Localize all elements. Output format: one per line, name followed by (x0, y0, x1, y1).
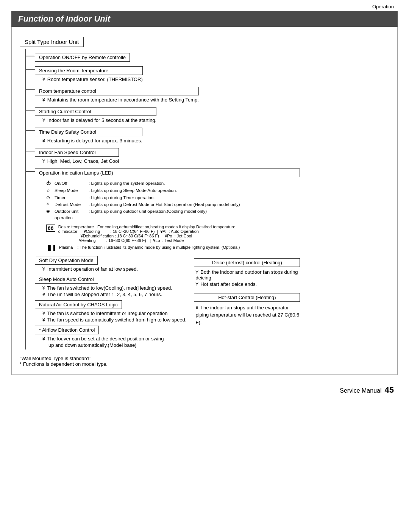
main-unit-box: Split Type Indoor Unit (20, 37, 84, 47)
page-header: Operation (0, 0, 409, 11)
footer-notes: "Wall Mounted Type is standard" * Functi… (20, 356, 389, 367)
s11-bullet2: up and down automatically.(Model base) (48, 342, 186, 348)
right2-box: Hot-start Control (Heating) (194, 293, 300, 302)
two-col-area: Soft Dry Operation Mode Intermittent ope… (35, 254, 300, 348)
right-col: Deice (defrost) control (Heating) Both t… (194, 256, 300, 348)
s9-box: Sleep Mode Auto Control (35, 275, 98, 284)
display-icon: 88 (46, 225, 55, 232)
page-number: 45 (385, 385, 394, 395)
right1-bullet1: Both the indoor and outdoor fan stops du… (195, 269, 300, 281)
led-table: ⏻ On/Off : Lights up during the system o… (46, 179, 300, 222)
led-row-outdoor: ◉ Outdoor unit operation : Lights up dur… (46, 208, 300, 220)
s8-bullet1: Intermittent operation of fan at low spe… (42, 266, 186, 272)
s11-box: * Airflow Direction Control (35, 326, 99, 334)
s7-box: Operation indication Lamps (LED) (35, 168, 300, 177)
page-title: Function of Indoor Unit (18, 14, 391, 24)
footer-note1: "Wall Mounted Type is standard" (20, 356, 389, 361)
right1-bullet2: Hot start after deice ends. (195, 281, 300, 287)
s10-bullet1: The fan is switched to intermittent or i… (42, 310, 186, 316)
page-footer: Service Manual 45 (0, 379, 409, 399)
s11-bullet1: The louver can be set at the desired pos… (42, 336, 186, 342)
header-label: Operation (372, 4, 394, 9)
right1-box: Deice (defrost) control (Heating) (194, 258, 300, 267)
s4-box: Starting Current Control (35, 107, 156, 116)
left-col: Soft Dry Operation Mode Intermittent ope… (35, 254, 186, 348)
s8-box: Soft Dry Operation Mode (35, 256, 98, 265)
s10-box: Natural Air Control by CHAOS Logic (35, 300, 122, 309)
s5-bullet1: Restarting is delayed for approx. 3 minu… (42, 138, 142, 144)
plasma-icon: ▐▌▐ (46, 245, 55, 251)
s4-bullet1: Indoor fan is delayed for 5 seconds at t… (42, 117, 156, 123)
s2-bullet1: Room temperature sensor. (THERMISTOR) (42, 76, 143, 82)
led-row-timer: ⊙ Timer : Lights up during Timer operati… (46, 195, 300, 201)
led-row-sleep: ☆ Sleep Mode : Lights up during Sleep Mo… (46, 187, 300, 194)
display-row: 88 Desire temperature For cooling,dehumi… (46, 225, 300, 243)
s3-bullet1: Maintains the room temperature in accord… (42, 97, 199, 103)
led-row-onoff: ⏻ On/Off : Lights up during the system o… (46, 180, 300, 187)
content-area: Split Type Indoor Unit Operation ON/OFF … (11, 27, 398, 375)
s5-box: Time Delay Safety Control (35, 128, 142, 136)
footer-service: Service Manual 45 (340, 385, 394, 395)
right2-bullet1: The indoor fan stops until the evaporato… (195, 304, 300, 326)
plasma-row: ▐▌▐ Plasma : The function illustrates it… (46, 245, 300, 251)
s10-bullet2: The fan speed is automatically switched … (42, 317, 186, 323)
led-row-defrost: ✳ Defrost Mode : Lights up during Defros… (46, 201, 300, 207)
s6-bullet1: High, Med, Low, Chaos, Jet Cool (42, 158, 119, 164)
title-bar: Function of Indoor Unit (11, 11, 398, 27)
service-label: Service Manual (340, 387, 381, 394)
s6-box: Indoor Fan Speed Control (35, 148, 119, 157)
s3-box: Room temperature control (35, 87, 199, 95)
s9-bullet2: The unit will be stopped after 1, 2, 3, … (42, 292, 186, 297)
s2-box: Sensing the Room Temperature (35, 66, 143, 75)
footer-note2: * Functions is dependent on model type. (20, 361, 389, 367)
s1-box: Operation ON/OFF by Remote controlle (35, 53, 130, 62)
s9-bullet1: The fan is switched to low(Cooling), med… (42, 285, 186, 291)
